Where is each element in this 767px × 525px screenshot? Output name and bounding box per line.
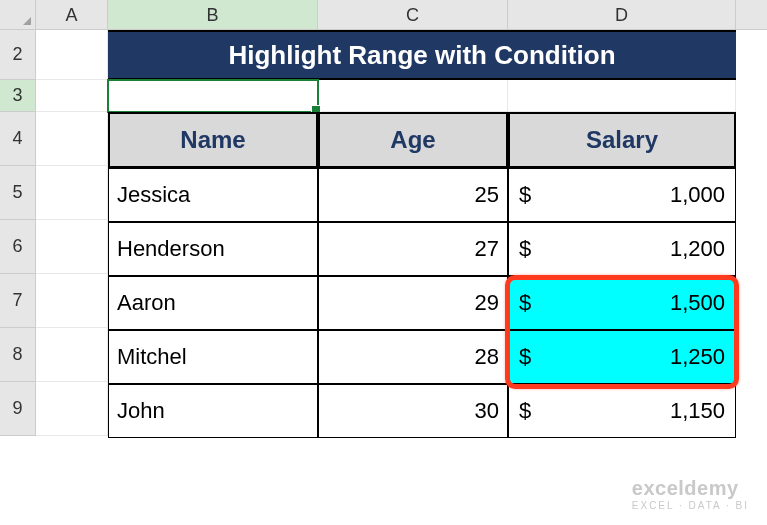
cell-name[interactable]: John <box>108 384 318 438</box>
cell-age[interactable]: 28 <box>318 330 508 384</box>
header-salary[interactable]: Salary <box>508 112 736 168</box>
currency-symbol: $ <box>519 236 531 262</box>
currency-symbol: $ <box>519 344 531 370</box>
col-header-C[interactable]: C <box>318 0 508 29</box>
salary-value: 1,500 <box>670 290 725 316</box>
table-row: Jessica 25 $ 1,000 <box>108 168 736 222</box>
data-table: Name Age Salary Jessica 25 $ 1,000 Hende… <box>108 112 736 438</box>
row-header-8[interactable]: 8 <box>0 328 36 382</box>
cell-A7[interactable] <box>36 274 108 328</box>
table-row: Henderson 27 $ 1,200 <box>108 222 736 276</box>
cell-age[interactable]: 29 <box>318 276 508 330</box>
cell-A5[interactable] <box>36 166 108 220</box>
cell-name[interactable]: Henderson <box>108 222 318 276</box>
cell-salary-highlighted[interactable]: $ 1,250 <box>508 330 736 384</box>
cell-A3[interactable] <box>36 80 108 112</box>
row-header-2[interactable]: 2 <box>0 30 36 80</box>
currency-symbol: $ <box>519 182 531 208</box>
row-header-3[interactable]: 3 <box>0 80 36 112</box>
cell-C3[interactable] <box>318 80 508 112</box>
row-header-5[interactable]: 5 <box>0 166 36 220</box>
cell-B3[interactable] <box>108 80 318 112</box>
row-header-9[interactable]: 9 <box>0 382 36 436</box>
header-name[interactable]: Name <box>108 112 318 168</box>
column-headers: A B C D <box>0 0 767 30</box>
spreadsheet-view: A B C D 2 3 4 5 6 <box>0 0 767 525</box>
cell-A4[interactable] <box>36 112 108 166</box>
cell-salary[interactable]: $ 1,000 <box>508 168 736 222</box>
select-all-corner[interactable] <box>0 0 36 30</box>
row-header-6[interactable]: 6 <box>0 220 36 274</box>
cell-salary-highlighted[interactable]: $ 1,500 <box>508 276 736 330</box>
currency-symbol: $ <box>519 398 531 424</box>
cell-salary[interactable]: $ 1,150 <box>508 384 736 438</box>
cell-name[interactable]: Jessica <box>108 168 318 222</box>
salary-value: 1,200 <box>670 236 725 262</box>
salary-value: 1,150 <box>670 398 725 424</box>
row-header-7[interactable]: 7 <box>0 274 36 328</box>
currency-symbol: $ <box>519 290 531 316</box>
salary-value: 1,000 <box>670 182 725 208</box>
cell-A8[interactable] <box>36 328 108 382</box>
cell-salary[interactable]: $ 1,200 <box>508 222 736 276</box>
col-header-A[interactable]: A <box>36 0 108 29</box>
row-header-4[interactable]: 4 <box>0 112 36 166</box>
title-text: Highlight Range with Condition <box>228 40 615 71</box>
table-row: Mitchel 28 $ 1,250 <box>108 330 736 384</box>
title-merged-cell[interactable]: Highlight Range with Condition <box>108 30 736 80</box>
cell-A6[interactable] <box>36 220 108 274</box>
cell-D3[interactable] <box>508 80 736 112</box>
watermark: exceldemy EXCEL · DATA · BI <box>632 477 749 511</box>
watermark-brand: exceldemy <box>632 477 749 500</box>
cell-age[interactable]: 25 <box>318 168 508 222</box>
cell-age[interactable]: 27 <box>318 222 508 276</box>
cell-A2[interactable] <box>36 30 108 80</box>
watermark-tagline: EXCEL · DATA · BI <box>632 500 749 511</box>
header-age[interactable]: Age <box>318 112 508 168</box>
cell-name[interactable]: Aaron <box>108 276 318 330</box>
col-header-B[interactable]: B <box>108 0 318 29</box>
col-header-D[interactable]: D <box>508 0 736 29</box>
table-row: John 30 $ 1,150 <box>108 384 736 438</box>
salary-value: 1,250 <box>670 344 725 370</box>
cell-name[interactable]: Mitchel <box>108 330 318 384</box>
cell-age[interactable]: 30 <box>318 384 508 438</box>
cell-A9[interactable] <box>36 382 108 436</box>
table-row: Aaron 29 $ 1,500 <box>108 276 736 330</box>
